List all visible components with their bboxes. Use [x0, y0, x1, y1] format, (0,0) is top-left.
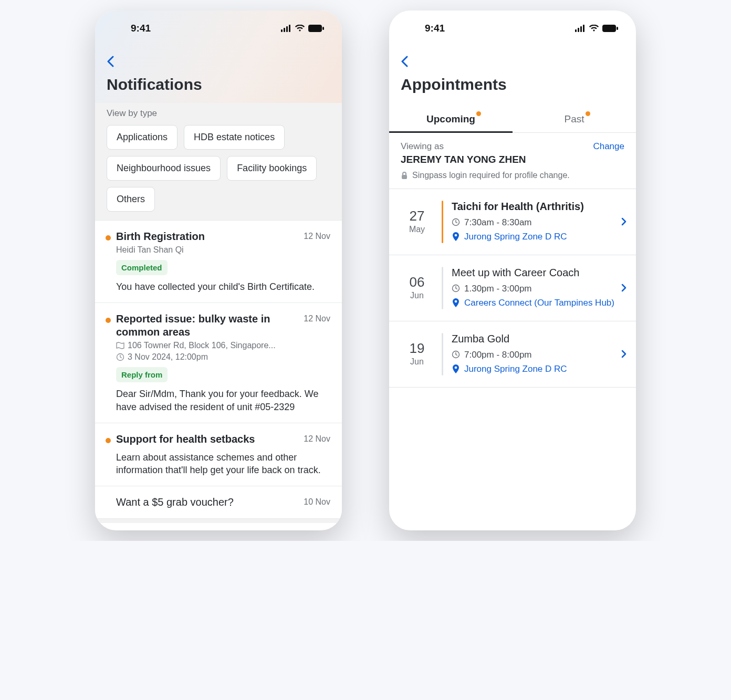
appointment-location[interactable]: Jurong Spring Zone D RC — [452, 363, 619, 375]
tab-upcoming[interactable]: Upcoming — [389, 106, 513, 132]
wifi-icon — [295, 25, 305, 32]
appointment-location-text: Careers Connect (Our Tampines Hub) — [464, 297, 614, 309]
svg-rect-9 — [580, 26, 582, 32]
appointment-time-text: 7:00pm - 8:00pm — [464, 349, 532, 361]
filter-chip-hdb[interactable]: HDB estate notices — [184, 125, 285, 150]
viewing-note: Singpass login required for profile chan… — [401, 171, 624, 180]
unread-dot-icon — [106, 235, 111, 241]
status-badge: Completed — [116, 260, 168, 275]
appointment-location[interactable]: Jurong Spring Zone D RC — [452, 231, 619, 243]
page-title: Notifications — [95, 72, 342, 103]
notification-location: 106 Towner Rd, Block 106, Singapore... — [116, 341, 330, 350]
filter-section: View by type Applications HDB estate not… — [95, 103, 342, 220]
notification-body: You have collected your child's Birth Ce… — [116, 280, 330, 293]
svg-rect-4 — [308, 25, 322, 32]
status-bar: 9:41 — [95, 11, 342, 40]
clock-icon — [116, 353, 124, 361]
appointment-divider — [442, 201, 443, 243]
filter-chip-facility[interactable]: Facility bookings — [227, 156, 317, 181]
notification-subtitle: Heidi Tan Shan Qi — [116, 245, 330, 255]
appointment-divider — [442, 267, 443, 309]
tab-dot-icon — [476, 111, 481, 116]
appointment-day: 27 — [401, 209, 433, 223]
battery-icon — [602, 25, 618, 32]
back-button[interactable] — [107, 56, 114, 67]
tab-past[interactable]: Past — [513, 106, 636, 132]
cellular-icon — [281, 25, 291, 32]
appointment-title: Zumba Gold — [452, 333, 619, 345]
appointment-location-text: Jurong Spring Zone D RC — [464, 363, 567, 375]
viewing-note-text: Singpass login required for profile chan… — [412, 171, 570, 180]
chevron-left-icon — [107, 56, 114, 67]
appointment-date: 06 Jun — [401, 267, 433, 309]
notification-timestamp: 3 Nov 2024, 12:00pm — [116, 352, 330, 362]
appointment-day: 06 — [401, 275, 433, 289]
viewing-as-block: Viewing as Change JEREMY TAN YONG ZHEN S… — [389, 133, 636, 189]
map-icon — [116, 341, 124, 350]
appointment-main: Zumba Gold 7:00pm - 8:00pm Jurong Spring… — [452, 333, 619, 375]
appointment-location[interactable]: Careers Connect (Our Tampines Hub) — [452, 297, 619, 309]
appointment-main: Meet up with Career Coach 1.30pm - 3:00p… — [452, 267, 619, 309]
battery-icon — [308, 25, 324, 32]
appointment-location-text: Jurong Spring Zone D RC — [464, 231, 567, 243]
status-bar: 9:41 — [389, 11, 636, 40]
change-link[interactable]: Change — [593, 141, 624, 152]
svg-rect-7 — [575, 29, 577, 32]
lock-icon — [401, 171, 408, 180]
notification-item[interactable]: Birth Registration 12 Nov Heidi Tan Shan… — [95, 221, 342, 303]
unread-dot-icon — [106, 318, 111, 323]
appointment-title: Meet up with Career Coach — [452, 267, 619, 279]
appointment-time: 1.30pm - 3:00pm — [452, 283, 619, 295]
svg-point-19 — [455, 366, 457, 369]
page-title: Appointments — [389, 72, 636, 103]
phone-appointments: 9:41 Appointments Upcoming Past Viewing … — [389, 11, 636, 530]
cellular-icon — [575, 25, 586, 32]
filter-chip-neighbourhood[interactable]: Neighbourhood issues — [107, 156, 221, 181]
status-time: 9:41 — [110, 23, 151, 34]
appointment-item[interactable]: 06 Jun Meet up with Career Coach 1.30pm … — [389, 255, 636, 321]
status-icons — [575, 25, 621, 32]
filter-chip-others[interactable]: Others — [107, 187, 155, 212]
svg-point-17 — [455, 300, 457, 303]
notification-item[interactable]: Support for health setbacks 12 Nov Learn… — [95, 423, 342, 487]
notification-title: Reported issue: bulky waste in common ar… — [116, 312, 274, 339]
notification-timestamp-text: 3 Nov 2024, 12:00pm — [128, 352, 208, 362]
filter-chips: Applications HDB estate notices Neighbou… — [107, 125, 330, 212]
viewing-as-name: JEREMY TAN YONG ZHEN — [401, 154, 624, 165]
appointment-time-text: 1.30pm - 3:00pm — [464, 283, 532, 295]
notification-body: Dear Sir/Mdm, Thank you for your feedbac… — [116, 388, 330, 413]
back-button[interactable] — [401, 56, 408, 67]
pin-icon — [452, 364, 460, 374]
svg-rect-8 — [578, 28, 579, 32]
chevron-right-icon — [619, 350, 629, 358]
wifi-icon — [589, 25, 599, 32]
chevron-left-icon — [401, 56, 408, 67]
notification-item[interactable]: Reported issue: bulky waste in common ar… — [95, 303, 342, 423]
appointment-day: 19 — [401, 341, 433, 355]
back-row — [389, 40, 636, 72]
svg-rect-5 — [322, 27, 324, 30]
notification-item[interactable]: Want a $5 grab voucher? 10 Nov — [95, 486, 342, 519]
filter-label: View by type — [107, 108, 330, 119]
svg-rect-3 — [289, 25, 290, 32]
appointment-item[interactable]: 19 Jun Zumba Gold 7:00pm - 8:00pm Jurong… — [389, 321, 636, 388]
appointment-month: Jun — [401, 357, 433, 367]
unread-dot-icon — [106, 438, 111, 443]
svg-rect-1 — [284, 28, 285, 32]
filter-chip-applications[interactable]: Applications — [107, 125, 177, 150]
tab-upcoming-label: Upcoming — [426, 113, 475, 124]
tab-dot-icon — [586, 111, 590, 116]
notification-list: Birth Registration 12 Nov Heidi Tan Shan… — [95, 220, 342, 519]
svg-point-15 — [455, 234, 457, 237]
back-row — [95, 40, 342, 72]
notification-title: Birth Registration — [116, 230, 205, 243]
appointment-item[interactable]: 27 May Taichi for Health (Arthritis) 7:3… — [389, 189, 636, 255]
chevron-right-icon — [619, 217, 629, 226]
tabs: Upcoming Past — [389, 106, 636, 133]
phone-notifications: 9:41 Notifications View by type Applicat… — [95, 11, 342, 530]
tab-past-label: Past — [564, 113, 584, 124]
notification-date: 10 Nov — [304, 496, 330, 507]
svg-rect-12 — [617, 27, 618, 30]
svg-rect-13 — [402, 175, 407, 179]
chevron-right-icon — [619, 284, 629, 292]
